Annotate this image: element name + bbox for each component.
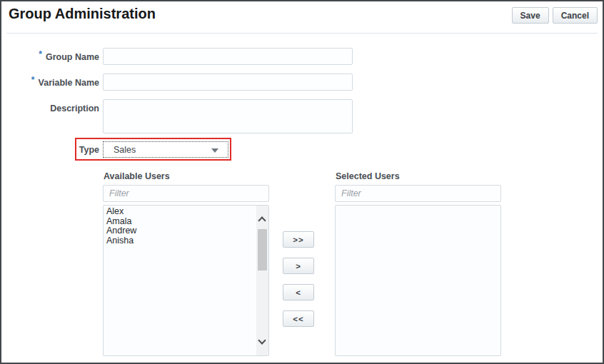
header-button-bar: Save Cancel [512, 7, 598, 24]
scrollbar-thumb[interactable] [258, 229, 267, 271]
move-all-right-button[interactable]: >> [283, 231, 314, 248]
group-name-label: *Group Name [1, 52, 99, 62]
move-left-button[interactable]: < [283, 284, 314, 300]
type-select[interactable]: Sales [103, 141, 228, 158]
variable-name-label: *Variable Name [1, 78, 99, 88]
group-name-input[interactable] [103, 48, 353, 65]
scrollbar[interactable] [256, 206, 268, 355]
selected-users-options [336, 206, 500, 208]
scroll-up-icon[interactable] [258, 216, 266, 224]
save-button[interactable]: Save [512, 7, 549, 24]
list-item[interactable]: Andrew [106, 226, 266, 236]
available-users-label: Available Users [104, 171, 170, 181]
description-textarea[interactable] [103, 99, 353, 133]
type-select-value: Sales [114, 145, 136, 155]
scroll-down-icon[interactable] [258, 336, 266, 344]
required-marker: * [39, 49, 42, 59]
selected-users-listbox[interactable] [335, 205, 501, 356]
selected-users-label: Selected Users [336, 171, 400, 181]
description-label: Description [1, 103, 99, 113]
list-item[interactable]: Alex [106, 207, 266, 217]
list-item[interactable]: Anisha [106, 236, 266, 246]
cancel-button[interactable]: Cancel [553, 7, 598, 24]
available-users-listbox[interactable]: AlexAmalaAndrewAnisha [103, 205, 269, 356]
group-administration-page: Group Administration Save Cancel *Group … [0, 0, 604, 364]
move-all-left-button[interactable]: << [283, 310, 314, 327]
header-divider [6, 33, 598, 34]
page-title: Group Administration [9, 6, 156, 22]
list-item[interactable]: Amala [106, 217, 266, 227]
move-right-button[interactable]: > [283, 258, 314, 274]
available-users-filter-input[interactable] [103, 185, 269, 202]
available-users-options: AlexAmalaAndrewAnisha [104, 206, 268, 247]
selected-users-filter-input[interactable] [335, 185, 501, 202]
chevron-down-icon [211, 148, 218, 153]
variable-name-input[interactable] [103, 74, 353, 91]
type-label: Type [1, 145, 99, 155]
required-marker: * [31, 75, 35, 85]
